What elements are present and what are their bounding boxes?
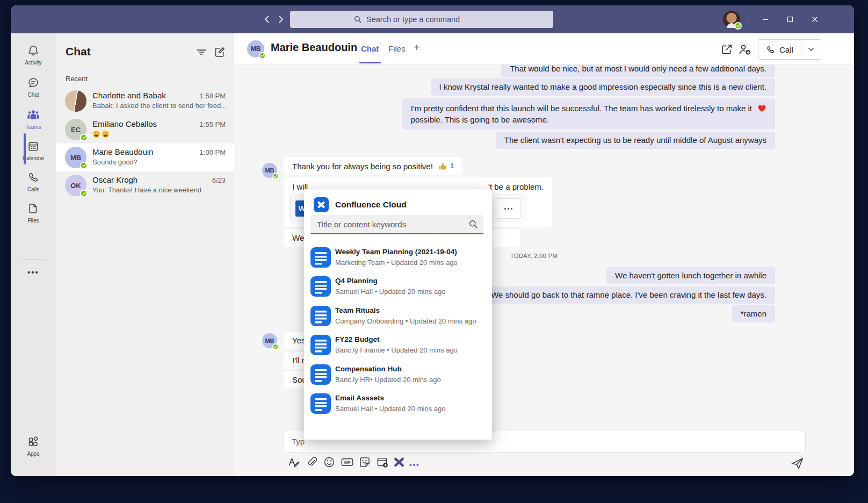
titlebar (11, 5, 854, 33)
confluence-doc-icon (310, 276, 331, 297)
filter-icon[interactable] (196, 46, 208, 59)
call-options-chevron-down-icon[interactable] (801, 40, 821, 59)
rail-item-calendar[interactable]: Calendar (11, 140, 56, 169)
app-rail: Activity Chat Teams Calendar Calls Files… (11, 33, 56, 476)
result-title: Compensation Hub (335, 365, 402, 373)
close-button[interactable] (806, 12, 824, 27)
format-icon[interactable] (287, 456, 301, 470)
calendar-icon (27, 140, 39, 153)
chat-list-item[interactable]: Charlotte and Babak 1:58 PM Babak: I ask… (56, 87, 234, 115)
command-search-input[interactable] (366, 15, 490, 24)
avatar: EC (65, 119, 86, 140)
emoji-icon[interactable] (323, 456, 337, 470)
search-icon (468, 219, 478, 229)
user-avatar[interactable] (723, 11, 740, 28)
send-icon[interactable] (790, 456, 805, 471)
rail-label: Activity (11, 60, 56, 66)
tab-files[interactable]: Files (388, 44, 406, 53)
result-item[interactable]: Team Rituals Company Onboarding • Update… (304, 306, 492, 333)
sticker-icon[interactable] (358, 456, 372, 470)
message-outgoing[interactable]: The client wasn't expecting us to be rea… (496, 132, 775, 149)
chat-time: 1:58 PM (200, 92, 226, 100)
confluence-logo-icon (314, 197, 329, 212)
rail-label: Calendar (11, 155, 56, 161)
compose-more-button[interactable]: ••• (409, 461, 423, 469)
result-item[interactable]: Weekly Team Planning (2021-19-04) Market… (304, 247, 492, 274)
result-item[interactable]: Compensation Hub Banc.ly HR• Updated 20 … (304, 364, 492, 391)
message-incoming[interactable]: Thank you for always being so positive!1 (284, 157, 462, 175)
chat-list-item-selected[interactable]: MB Marie Beaudouin 1:00 PM Sounds good? (56, 143, 234, 171)
active-tab-indicator (359, 62, 381, 63)
panel-title: Chat (66, 45, 91, 58)
rail-item-teams[interactable]: Teams (11, 109, 56, 138)
chat-name: Emiliano Ceballos (92, 119, 157, 128)
chat-name: Charlotte and Babak (92, 91, 166, 100)
result-meta: Banc.ly HR• Updated 20 mins ago (335, 376, 441, 384)
message-outgoing[interactable]: I know Krystal really wanted to make a g… (431, 78, 775, 96)
file-more-button[interactable] (496, 198, 520, 219)
rail-item-chat[interactable]: Chat (11, 76, 56, 105)
phone-icon (766, 45, 775, 54)
add-people-icon[interactable] (738, 43, 752, 57)
message-outgoing[interactable]: I'm pretty confident that this launch wi… (402, 98, 775, 130)
rail-divider (23, 259, 46, 260)
confluence-doc-icon (310, 335, 331, 355)
avatar: OK (65, 175, 86, 196)
message-outgoing[interactable]: We haven't gotten lunch together in awhi… (606, 267, 775, 284)
avatar: MB (65, 147, 86, 168)
section-label: Recent (66, 75, 88, 83)
rail-more-button[interactable]: ••• (11, 268, 56, 277)
message-outgoing[interactable]: We should go back to that ramne place. I… (482, 286, 775, 304)
tab-chat[interactable]: Chat (361, 44, 379, 53)
teams-window: Activity Chat Teams Calendar Calls Files… (11, 5, 854, 476)
rail-item-activity[interactable]: Activity (11, 44, 56, 73)
popup-search[interactable] (310, 215, 483, 234)
result-meta: Samuel Hall • Updated 20 mins ago (335, 405, 445, 413)
minimize-button[interactable] (756, 12, 775, 27)
rail-label: Files (11, 218, 56, 224)
rail-label: Chat (11, 92, 56, 98)
active-rail-indicator (24, 133, 26, 164)
chat-list-item[interactable]: EC Emiliano Ceballos 1:55 PM (56, 116, 234, 143)
avatar: MB (247, 40, 264, 58)
new-chat-icon[interactable] (214, 46, 227, 59)
popout-chat-icon[interactable] (720, 43, 734, 57)
attach-icon[interactable] (305, 456, 319, 470)
result-item[interactable]: Q4 Planning Samuel Hall • Updated 20 min… (304, 276, 492, 303)
avatar: MB (262, 163, 277, 178)
schedule-meeting-icon[interactable] (376, 456, 390, 470)
back-icon[interactable] (261, 13, 273, 26)
forward-icon[interactable] (275, 13, 287, 26)
chat-list-panel: Chat Recent Charlotte and Babak 1:58 PM … (56, 33, 234, 476)
rail-item-calls[interactable]: Calls (11, 171, 56, 200)
confluence-icon[interactable] (393, 456, 407, 470)
rail-item-apps[interactable]: Apps (11, 435, 56, 464)
search-icon (353, 15, 362, 24)
date-divider: TODAY, 2:00 PM (510, 253, 558, 259)
group-avatar (65, 90, 86, 112)
chat-preview (92, 130, 110, 138)
rail-label: Teams (11, 124, 56, 130)
thumbs-up-reaction[interactable]: 1 (438, 161, 454, 171)
result-item[interactable]: Email Asssets Samuel Hall • Updated 20 m… (304, 393, 492, 420)
chat-time: 1:00 PM (200, 148, 226, 156)
command-search[interactable] (290, 11, 553, 28)
gif-icon[interactable]: GIF (341, 456, 355, 470)
presence-available-icon (272, 343, 279, 350)
call-button[interactable]: Call (758, 39, 821, 60)
thumbs-up-icon (438, 162, 447, 170)
apps-grid-icon (27, 435, 39, 448)
popup-search-input[interactable] (317, 215, 462, 233)
result-item[interactable]: FY22 Budget Banc.ly Finance • Updated 20… (304, 335, 492, 362)
result-meta: Company Onboarding • Updated 20 mins ago (335, 317, 476, 325)
chat-list-item[interactable]: OK Oscar Krogh 6/23 You: Thanks! Have a … (56, 171, 234, 199)
presence-available-icon (259, 52, 266, 59)
add-tab-button[interactable]: + (414, 41, 420, 54)
call-button-main[interactable]: Call (758, 40, 801, 59)
bell-icon (27, 44, 39, 57)
avatar: MB (262, 333, 277, 348)
confluence-doc-icon (310, 393, 331, 414)
rail-item-files[interactable]: Files (11, 202, 56, 231)
maximize-button[interactable] (781, 12, 799, 27)
message-outgoing[interactable]: *ramen (732, 305, 775, 322)
